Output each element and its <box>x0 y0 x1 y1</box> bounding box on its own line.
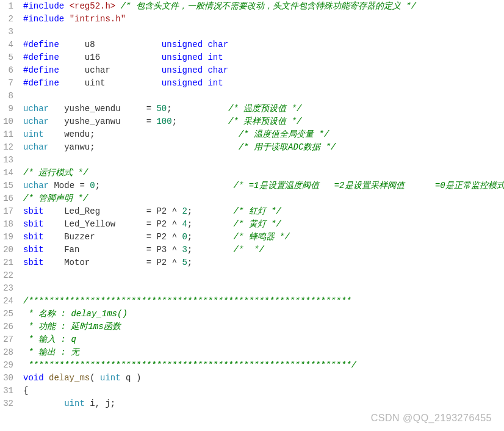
code-line: { <box>23 385 504 397</box>
token-id: yushe_wendu <box>64 104 146 114</box>
token-punc: ; <box>95 181 234 190</box>
line-number: 31 <box>0 385 13 397</box>
token-id: yushe_yanwu <box>64 117 146 126</box>
token-num: 100 <box>156 117 171 126</box>
line-number: 27 <box>0 333 13 346</box>
token-id: uchar <box>85 65 162 75</box>
line-number: 28 <box>0 346 13 359</box>
line-number: 21 <box>0 256 13 269</box>
token-kw: sbit <box>23 219 64 229</box>
code-line: /***************************************… <box>23 295 504 308</box>
token-kw: unsigned int <box>162 53 223 62</box>
line-number: 29 <box>0 359 13 372</box>
token-cmt: * 名称 : delay_1ms() <box>23 309 128 319</box>
token-num: 4 <box>182 219 187 229</box>
code-line <box>23 282 504 295</box>
token-id: u16 <box>85 53 162 62</box>
token-type: uchar <box>23 104 64 114</box>
token-punc: ; <box>187 258 192 267</box>
code-line: uchar Mode = 0; /* =1是设置温度阀值 =2是设置采样阀值 =… <box>23 179 504 192</box>
token-cmt: /* */ <box>233 245 264 255</box>
code-line: sbit Buzzer = P2 ^ 0; /* 蜂鸣器 */ <box>23 231 504 244</box>
token-id <box>115 1 120 11</box>
line-number: 10 <box>0 115 13 128</box>
code-line <box>23 90 504 103</box>
code-line: /* 管脚声明 */ <box>23 192 504 205</box>
token-id: Led_Yellow <box>64 219 146 229</box>
token-cmt: * 输入 : q <box>23 335 76 344</box>
token-id: Mode <box>54 181 79 190</box>
token-id: yanwu; <box>64 142 239 152</box>
token-num: 5 <box>182 258 187 267</box>
code-line: sbit Fan = P3 ^ 3; /* */ <box>23 244 504 256</box>
token-punc: ; <box>167 104 228 114</box>
line-number: 6 <box>0 64 13 77</box>
token-punc: = <box>79 181 90 190</box>
token-punc: ; <box>187 206 234 216</box>
token-punc: ( <box>90 373 100 383</box>
token-cmt: /* 蜂鸣器 */ <box>233 232 289 242</box>
line-number: 26 <box>0 321 13 333</box>
token-id: Motor <box>64 258 146 267</box>
token-punc: ; <box>187 219 234 229</box>
token-cmt: /***************************************… <box>23 296 351 306</box>
token-id: i, j; <box>85 399 115 408</box>
watermark: CSDN @QQ_2193276455 <box>371 413 492 424</box>
code-editor: 1234567891011121314151617181920212223242… <box>0 0 504 410</box>
line-number: 1 <box>0 0 13 13</box>
line-number: 12 <box>0 141 13 154</box>
code-line: sbit Motor = P2 ^ 5; <box>23 256 504 269</box>
code-line: #include <reg52.h> /* 包含头文件，一般情况不需要改动，头文… <box>23 0 504 13</box>
line-number: 32 <box>0 397 13 410</box>
token-cmt: /* 用于读取ADC数据 */ <box>239 142 336 152</box>
token-kw: sbit <box>23 206 64 216</box>
code-line: ****************************************… <box>23 359 504 372</box>
code-line <box>23 154 504 167</box>
token-pre: #define <box>23 40 85 49</box>
line-number: 30 <box>0 372 13 385</box>
token-punc: = P2 ^ <box>146 206 182 216</box>
token-kw: unsigned int <box>162 78 223 88</box>
token-cmt: /* 采样预设值 */ <box>228 117 301 126</box>
code-line: * 名称 : delay_1ms() <box>23 308 504 321</box>
code-line: uint i, j; <box>23 397 504 410</box>
token-cmt: * 输出 : 无 <box>23 347 79 357</box>
token-num: 50 <box>156 104 167 114</box>
line-number: 16 <box>0 192 13 205</box>
token-punc: = <box>146 104 157 114</box>
code-line: uchar yushe_yanwu = 100; /* 采样预设值 */ <box>23 115 504 128</box>
token-type: uchar <box>23 117 64 126</box>
code-line: #define u16 unsigned int <box>23 51 504 64</box>
token-cmt: /* 包含头文件，一般情况不需要改动，头文件包含特殊功能寄存器的定义 */ <box>121 1 416 11</box>
token-type: uint <box>23 129 64 139</box>
token-punc: ; <box>172 117 228 126</box>
line-number: 18 <box>0 218 13 231</box>
line-number: 19 <box>0 231 13 244</box>
token-id: Fan <box>64 245 146 255</box>
token-punc: { <box>23 386 28 396</box>
code-line: uint wendu; /* 温度值全局变量 */ <box>23 128 504 141</box>
line-number: 5 <box>0 51 13 64</box>
code-line: /* 运行模式 */ <box>23 167 504 179</box>
token-num: 3 <box>182 245 187 255</box>
token-id: wendu; <box>64 129 239 139</box>
line-number: 25 <box>0 308 13 321</box>
token-id: q <box>121 373 136 383</box>
token-num: 0 <box>90 181 95 190</box>
token-cmt: /* 红灯 */ <box>233 206 281 216</box>
token-kw: unsigned char <box>162 40 228 49</box>
token-kw: void <box>23 373 49 383</box>
token-cmt: ****************************************… <box>23 360 356 370</box>
code-line: sbit Led_Reg = P2 ^ 2; /* 红灯 */ <box>23 205 504 218</box>
line-number: 23 <box>0 282 13 295</box>
token-cmt: * 功能 : 延时1ms函数 <box>23 322 121 331</box>
token-pre: #define <box>23 65 85 75</box>
token-num: 2 <box>182 206 187 216</box>
token-id: u8 <box>85 40 162 49</box>
token-inc: <reg52.h> <box>70 1 116 11</box>
token-kw: sbit <box>23 245 64 255</box>
token-punc: ; <box>187 232 234 242</box>
line-number: 22 <box>0 269 13 282</box>
code-line: #define u8 unsigned char <box>23 38 504 51</box>
code-line: #define uint unsigned int <box>23 77 504 90</box>
